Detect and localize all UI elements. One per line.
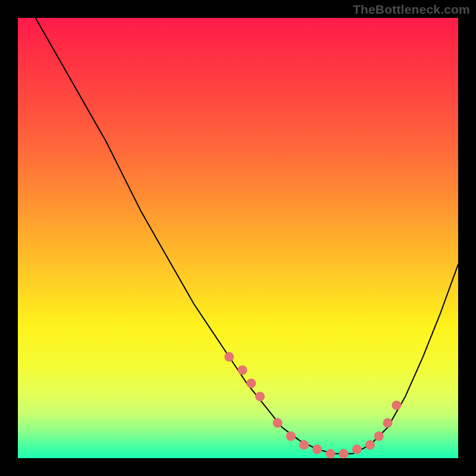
highlight-dot — [374, 431, 384, 441]
chart-stage: TheBottleneck.com — [0, 0, 476, 476]
highlight-dot — [255, 392, 265, 401]
bottleneck-curve — [36, 18, 458, 454]
highlight-dot — [339, 449, 349, 459]
highlight-dots — [224, 352, 401, 459]
highlight-dot — [246, 378, 256, 388]
highlight-dot — [286, 431, 296, 441]
highlight-dot — [299, 440, 309, 450]
watermark-text: TheBottleneck.com — [353, 2, 470, 17]
highlight-dot — [273, 418, 283, 428]
highlight-dot — [383, 418, 393, 428]
chart-overlay — [18, 18, 458, 458]
highlight-dot — [352, 444, 362, 454]
highlight-dot — [237, 365, 247, 375]
highlight-dot — [312, 444, 322, 454]
highlight-dot — [392, 400, 401, 410]
highlight-dot — [224, 352, 234, 362]
highlight-dot — [325, 449, 335, 459]
highlight-dot — [365, 440, 375, 450]
